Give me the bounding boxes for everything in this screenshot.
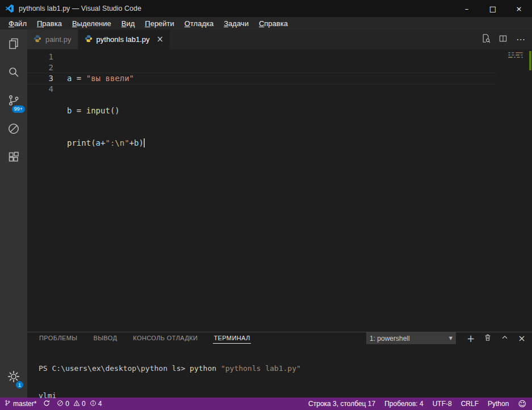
new-terminal-button[interactable]: + xyxy=(465,333,476,344)
language-status[interactable]: Python xyxy=(488,400,509,408)
tab-label: pythonls lab1.py xyxy=(97,35,150,44)
menu-tasks[interactable]: Задачи xyxy=(219,19,254,28)
code-area[interactable]: a = "вы ввели" b = input() print(a+":\n"… xyxy=(67,52,145,332)
tab-paint-py[interactable]: paint.py xyxy=(27,29,78,49)
editor-region: paint.py pythonls lab1.py × xyxy=(27,29,532,398)
close-icon: × xyxy=(516,5,522,13)
preview-icon xyxy=(480,33,491,46)
close-icon: × xyxy=(518,333,525,344)
menu-selection[interactable]: Выделение xyxy=(67,19,116,28)
info-icon xyxy=(90,400,97,408)
line-number: 4 xyxy=(27,84,53,95)
debug-icon xyxy=(7,122,20,138)
tab-close-icon[interactable]: × xyxy=(157,35,164,44)
search-icon xyxy=(7,65,20,81)
editor-cursor xyxy=(144,138,145,147)
minimap[interactable] xyxy=(508,52,523,59)
panel-header: ПРОБЛЕМЫ ВЫВОД КОНСОЛЬ ОТЛАДКИ ТЕРМИНАЛ … xyxy=(27,332,532,344)
activity-search[interactable] xyxy=(0,59,27,87)
settings-badge: 1 xyxy=(16,381,23,388)
minimize-button[interactable]: – xyxy=(454,0,480,17)
activity-debug[interactable] xyxy=(0,116,27,144)
menu-debug[interactable]: Отладка xyxy=(179,19,219,28)
split-editor-icon xyxy=(498,33,508,46)
window-controls: – □ × xyxy=(454,0,532,17)
tab-pythonls-lab1-py[interactable]: pythonls lab1.py × xyxy=(78,29,170,49)
menu-view[interactable]: Вид xyxy=(116,19,140,28)
panel-tab-debug-console[interactable]: КОНСОЛЬ ОТЛАДКИ xyxy=(132,333,198,344)
indentation-status[interactable]: Пробелов: 4 xyxy=(384,400,424,408)
code-line xyxy=(67,170,145,181)
close-button[interactable]: × xyxy=(506,0,532,17)
menu-edit[interactable]: Правка xyxy=(32,19,67,28)
branch-icon xyxy=(5,399,11,408)
infos-count: 4 xyxy=(90,400,102,408)
code-line: b = input() xyxy=(67,105,145,116)
panel-tab-output[interactable]: ВЫВОД xyxy=(93,333,118,344)
activity-extensions[interactable] xyxy=(0,144,27,172)
menu-go[interactable]: Перейти xyxy=(140,19,179,28)
eol-status[interactable]: CRLF xyxy=(461,400,479,408)
terminal-line: PS C:\users\ex\desktop\python ls> python… xyxy=(39,364,532,373)
line-number-active: 3 xyxy=(27,73,53,84)
line-numbers-gutter[interactable]: 1 2 3 4 xyxy=(27,52,53,332)
maximize-button[interactable]: □ xyxy=(480,0,506,17)
problems-status[interactable]: 0 0 4 xyxy=(57,400,102,408)
trash-icon xyxy=(484,333,492,344)
code-line-current: print(a+":\n"+b) xyxy=(67,138,145,149)
code-line: a = "вы ввели" xyxy=(67,73,145,84)
explorer-icon xyxy=(7,37,20,53)
bottom-panel: ПРОБЛЕМЫ ВЫВОД КОНСОЛЬ ОТЛАДКИ ТЕРМИНАЛ … xyxy=(27,332,532,398)
open-changes-button[interactable] xyxy=(477,32,493,47)
window-title: pythonls lab1.py — Visual Studio Code xyxy=(19,5,141,12)
activity-explorer[interactable] xyxy=(0,31,27,59)
titlebar: pythonls lab1.py — Visual Studio Code – … xyxy=(0,0,532,17)
statusbar-right: Строка 3, столбец 17 Пробелов: 4 UTF-8 C… xyxy=(308,399,526,408)
vscode-window: pythonls lab1.py — Visual Studio Code – … xyxy=(0,0,532,410)
sync-status[interactable] xyxy=(43,400,50,408)
maximize-panel-button[interactable] xyxy=(499,333,510,344)
errors-count: 0 xyxy=(57,400,69,408)
terminal-select-value: 1: powershell xyxy=(370,335,410,343)
main-area: 99+ 1 xyxy=(0,29,532,398)
line-number: 1 xyxy=(27,52,53,62)
maximize-icon: □ xyxy=(489,5,496,13)
sync-icon xyxy=(43,400,50,408)
branch-name: master* xyxy=(13,400,36,408)
warnings-count: 0 xyxy=(73,400,86,408)
panel-actions: 1: powershell ▼ + xyxy=(366,332,527,344)
error-icon xyxy=(57,400,64,408)
feedback-smiley-icon[interactable]: ☺ xyxy=(518,399,526,408)
python-icon xyxy=(85,35,93,44)
vscode-logo-icon xyxy=(5,4,14,13)
more-actions-button[interactable]: ⋯ xyxy=(513,32,529,47)
panel-tab-problems[interactable]: ПРОБЛЕМЫ xyxy=(39,333,78,344)
close-panel-button[interactable]: × xyxy=(516,333,527,344)
settings-button[interactable]: 1 xyxy=(0,363,27,392)
editor-actions: ⋯ xyxy=(477,29,532,49)
split-editor-button[interactable] xyxy=(495,32,511,47)
editor[interactable]: 1 2 3 4 a = "вы ввели" b = input() print… xyxy=(27,49,532,332)
overview-ruler-added-mark xyxy=(529,51,531,70)
tab-bar: paint.py pythonls lab1.py × xyxy=(27,29,532,49)
menubar: Файл Правка Выделение Вид Перейти Отладк… xyxy=(0,17,532,29)
panel-tab-terminal[interactable]: ТЕРМИНАЛ xyxy=(213,333,250,344)
kill-terminal-button[interactable] xyxy=(482,333,493,344)
activity-bar: 99+ 1 xyxy=(0,29,27,398)
line-number: 2 xyxy=(27,62,53,73)
terminal-select[interactable]: 1: powershell ▼ xyxy=(366,332,456,344)
statusbar-left: master* 0 0 4 xyxy=(5,399,102,408)
scm-badge: 99+ xyxy=(12,105,25,113)
minimize-icon: – xyxy=(465,5,469,13)
extensions-icon xyxy=(7,150,20,166)
chevron-up-icon xyxy=(501,333,509,344)
cursor-position-status[interactable]: Строка 3, столбец 17 xyxy=(308,400,375,408)
menu-help[interactable]: Справка xyxy=(254,19,293,28)
menu-file[interactable]: Файл xyxy=(3,19,32,28)
encoding-status[interactable]: UTF-8 xyxy=(433,400,452,408)
tab-label: paint.py xyxy=(45,35,72,44)
git-branch-status[interactable]: master* xyxy=(5,399,36,408)
activity-source-control[interactable]: 99+ xyxy=(0,87,27,116)
plus-icon: + xyxy=(467,333,475,344)
python-icon xyxy=(33,35,41,44)
